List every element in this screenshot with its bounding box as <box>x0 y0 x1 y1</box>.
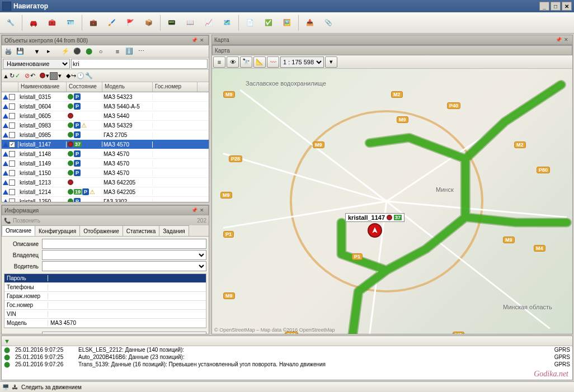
menu-icon[interactable]: ≡ <box>112 46 123 57</box>
circle-green-icon[interactable]: ⬤ <box>83 46 95 57</box>
binoculars-icon[interactable]: 🔭 <box>240 56 252 68</box>
tab-stats[interactable]: Статистика <box>123 225 160 236</box>
doc-icon[interactable]: 📄 <box>242 15 258 31</box>
col-gos[interactable]: Гос.номер <box>153 82 197 92</box>
close-button[interactable]: ✕ <box>562 2 572 11</box>
panel-close-icon[interactable]: ✕ <box>198 206 206 214</box>
table-row[interactable]: kristall_0985 P ГАЗ 2705 <box>2 130 209 140</box>
table-row[interactable]: kristall_0604 P МАЗ 5440-А-5 <box>2 102 209 111</box>
dropdown-icon[interactable]: ▾ <box>46 72 49 79</box>
table-row[interactable]: kristall_1214 19P⚠ МАЗ 642205 <box>2 187 209 197</box>
layers-icon[interactable]: ≡ <box>213 56 225 68</box>
circle-icon[interactable]: ⚫ <box>72 46 83 57</box>
map-area[interactable]: M9M9P28P1P1M9P40M2M9M2P80M4M5M1P23M9M1M9… <box>212 69 572 334</box>
notes-input[interactable] <box>42 332 206 334</box>
triangle-icon[interactable]: ▲ <box>3 73 9 79</box>
col-status[interactable]: Состояние <box>67 82 102 92</box>
log-list[interactable]: ⬤25.01.2016 9:07:25ELSK_LES_2212: Данные… <box>2 346 572 380</box>
filter-icon[interactable]: ▼ <box>31 46 43 57</box>
wrench-icon[interactable]: 🔧 <box>2 15 19 31</box>
table-row[interactable]: kristall_1150 P МАЗ 4570 <box>2 168 209 178</box>
undo2-icon[interactable]: ↪ <box>71 72 76 79</box>
table-row[interactable]: kristall_1147 37 МАЗ 4570 <box>2 140 209 149</box>
box-icon[interactable]: 📦 <box>140 15 157 31</box>
dropdown-arrow-icon[interactable]: ▾ <box>325 56 337 68</box>
book-icon[interactable]: 📖 <box>182 15 199 31</box>
table-row[interactable]: kristall_1213 МАЗ 642205 <box>2 178 209 187</box>
marker-icon[interactable]: ◆ <box>66 72 70 79</box>
info-grid-row[interactable]: Гос.номер <box>4 301 206 310</box>
graph-icon[interactable]: 📈 <box>200 15 217 31</box>
info-grid-row[interactable]: Пароль <box>4 274 206 283</box>
brush-icon[interactable]: 🖌️ <box>103 15 120 31</box>
table-row[interactable]: kristall_0983 P⚠ МАЗ 54329 <box>2 121 209 130</box>
driver-select[interactable] <box>42 261 206 271</box>
vehicle-marker[interactable]: kristall_1147 37 <box>345 213 404 238</box>
briefcase-icon[interactable]: 💼 <box>85 15 102 31</box>
info-grid-row[interactable]: Гараж.номер <box>4 292 206 301</box>
maximize-button[interactable]: □ <box>551 2 561 11</box>
measure-icon[interactable]: 📐 <box>253 56 266 68</box>
more-icon[interactable]: ⋯ <box>135 46 147 57</box>
route-icon[interactable]: 🗺️ <box>219 15 236 31</box>
circle-empty-icon[interactable]: ○ <box>95 46 106 57</box>
print-icon[interactable]: 🖨️ <box>3 46 14 57</box>
attach-icon[interactable]: 📎 <box>320 15 337 31</box>
undo-icon[interactable]: ↶ <box>30 72 35 79</box>
table-row[interactable]: kristall_1149 P МАЗ 4570 <box>2 159 209 168</box>
download-icon[interactable]: 📥 <box>302 15 318 31</box>
col-model[interactable]: Модель <box>102 82 153 92</box>
log-row[interactable]: ⬤25.01.2016 9:07:26Trans_5139: Данные (1… <box>2 361 572 368</box>
id-card-icon[interactable]: 🪪 <box>62 15 79 31</box>
image-icon[interactable]: 🖼️ <box>279 15 295 31</box>
info-grid-row[interactable]: Телефоны <box>4 283 206 292</box>
refresh-icon[interactable]: ↻ <box>10 72 15 79</box>
lightning-icon[interactable]: ⚡ <box>60 46 71 57</box>
col-checkbox[interactable] <box>2 82 18 92</box>
tab-display[interactable]: Отображение <box>79 225 123 236</box>
panel-pin-icon[interactable]: 📌 <box>190 36 198 44</box>
info-icon[interactable]: ℹ️ <box>124 46 135 57</box>
table-row[interactable]: kristall_0605 МАЗ 5440 <box>2 111 209 121</box>
check-icon[interactable]: ✓ <box>15 72 20 79</box>
objects-table[interactable]: Наименование Состояние Модель Гос.номер … <box>2 82 209 202</box>
delete-icon[interactable]: ⊘ <box>25 72 30 79</box>
call-label[interactable]: Позвонить <box>13 218 40 224</box>
col-name[interactable]: Наименование <box>18 82 67 92</box>
toolbox-icon[interactable]: 🧰 <box>44 15 60 31</box>
dropdown2-icon[interactable]: ▾ <box>58 72 62 79</box>
table-row[interactable]: kristall_1148 P МАЗ 4570 <box>2 149 209 159</box>
check-doc-icon[interactable]: ✅ <box>260 15 277 31</box>
info-grid-row[interactable]: МодельМАЗ 4570 <box>4 319 206 328</box>
wrench2-icon[interactable]: 🔧 <box>85 72 93 79</box>
car-icon[interactable] <box>25 15 42 31</box>
panel-close-icon[interactable]: ✕ <box>198 36 206 44</box>
table-row[interactable]: kristall_0315 P МАЗ 54323 <box>2 92 209 102</box>
filter-funnel-icon[interactable]: ▼ <box>4 338 10 344</box>
panel-pin-icon[interactable]: 📌 <box>554 36 562 44</box>
terminal-icon[interactable]: 📟 <box>163 15 180 31</box>
color-swatch-icon[interactable] <box>50 72 58 80</box>
owner-select[interactable] <box>42 250 206 260</box>
filter-field-select[interactable]: Наименование <box>3 59 70 69</box>
log-row[interactable]: ⬤25.01.2016 9:07:25Auto_2020B416B6: Данн… <box>2 353 572 361</box>
tab-tasks[interactable]: Задания <box>159 225 189 236</box>
eye-icon[interactable]: 👁 <box>227 56 239 68</box>
panel-close-icon[interactable]: ✕ <box>562 36 570 44</box>
description-input[interactable] <box>42 239 206 249</box>
expand-icon[interactable]: ▸ <box>43 46 54 57</box>
tab-config[interactable]: Конфигурация <box>35 225 80 236</box>
tab-description[interactable]: Описание <box>2 225 35 236</box>
filter-input[interactable] <box>71 59 208 69</box>
table-row[interactable]: kristall_1250 P ГАЗ 3302 <box>2 197 209 202</box>
log-row[interactable]: ⬤25.01.2016 9:07:25ELSK_LES_2212: Данные… <box>2 346 572 353</box>
save-icon[interactable]: 💾 <box>15 46 26 57</box>
polyline-icon[interactable]: 〰 <box>267 56 279 68</box>
red-dot-icon[interactable] <box>40 73 45 79</box>
scale-select[interactable]: 1 : 175 598 <box>280 56 324 68</box>
minimize-button[interactable]: _ <box>539 2 549 11</box>
flag-icon[interactable]: 🚩 <box>122 15 139 31</box>
panel-pin-icon[interactable]: 📌 <box>190 206 198 214</box>
info-grid-row[interactable]: VIN <box>4 310 206 319</box>
clock-icon[interactable]: 🕐 <box>77 72 84 79</box>
